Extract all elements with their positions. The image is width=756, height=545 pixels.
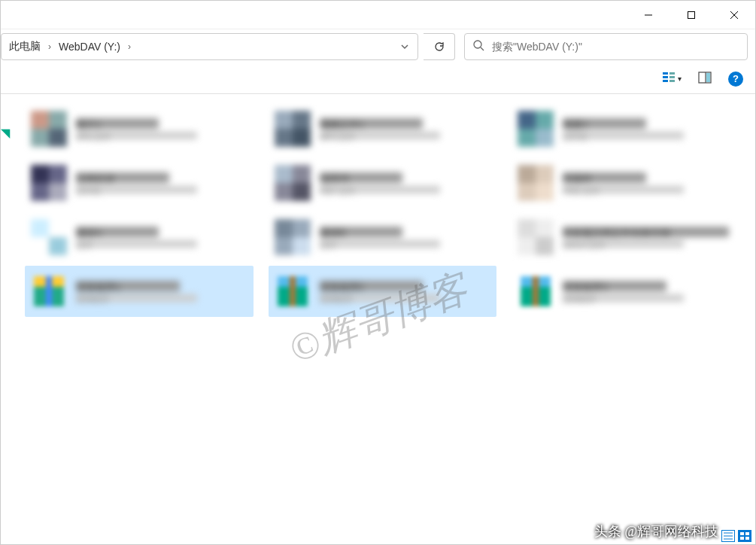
svg-rect-19 [275,111,293,129]
nav-hint: ◥ [1,94,10,544]
address-bar[interactable]: 此电脑 › WebDAV (Y:) › [1,33,418,60]
file-item[interactable]: 说明书PDF 文件 [269,157,497,209]
preview-pane-button[interactable] [695,68,715,90]
maximize-button[interactable] [669,1,712,29]
svg-rect-41 [536,237,554,255]
pane-icon [698,71,712,87]
file-thumbnail [516,163,555,202]
file-name: 长标题文档文件名称示例 [563,227,728,237]
file-meta: 应用程序 [563,294,684,302]
file-item[interactable]: 图片1JPG 文件 [25,103,254,154]
svg-rect-44 [46,276,52,306]
file-item[interactable]: 扫描件PNG 文件 [512,157,740,209]
tiles-view-icon [662,71,676,87]
search-icon [472,39,484,54]
file-info: 安装程序3应用程序 [563,281,736,302]
close-button[interactable] [712,1,755,29]
breadcrumb[interactable]: 此电脑 › WebDAV (Y:) › [2,37,390,56]
file-name: 素材A [76,227,159,237]
svg-rect-14 [706,73,710,82]
svg-rect-9 [669,72,675,75]
file-meta: 文件夹 [563,132,684,139]
tiles-view-button[interactable] [738,530,751,542]
svg-rect-35 [49,237,67,255]
main-area: ◥ 图片1JPG 文件视频文件1MP4 文件相册2文件夹文档目录文件夹说明书PD… [1,94,755,544]
help-icon: ? [728,72,743,87]
view-options-button[interactable]: ▾ [659,68,685,90]
status-view-switch [721,530,751,542]
file-grid[interactable]: 图片1JPG 文件视频文件1MP4 文件相册2文件夹文档目录文件夹说明书PDF … [10,94,755,544]
svg-rect-56 [740,537,744,540]
file-item[interactable]: 安装程序1应用程序 [25,266,254,317]
file-item[interactable]: 素材B文件 [269,212,497,263]
svg-rect-20 [293,129,311,147]
file-thumbnail [273,272,312,311]
file-item[interactable]: 安装程序2应用程序 [269,266,497,317]
svg-rect-10 [669,76,675,78]
file-thumbnail [29,109,68,148]
svg-rect-37 [275,219,293,237]
svg-rect-26 [49,183,67,201]
chevron-right-icon: › [45,41,54,52]
file-meta: 文件夹 [76,186,197,193]
file-name: 安装程序1 [76,281,180,291]
file-item[interactable]: 长标题文档文件名称示例DOCX 文件 [512,212,740,263]
svg-rect-7 [663,76,668,78]
nav-arrow-icon: ◥ [1,126,10,140]
details-view-button[interactable] [721,530,735,542]
file-info: 安装程序2应用程序 [320,281,493,302]
file-name: 文档目录 [76,172,169,183]
file-name: 视频文件1 [320,118,424,129]
file-item[interactable]: 素材A文件 [25,212,254,263]
search-input[interactable] [492,41,739,53]
file-info: 素材A文件 [76,227,249,248]
svg-rect-8 [663,80,668,82]
minimize-button[interactable] [627,1,669,29]
file-name: 素材B [320,227,402,237]
file-thumbnail [516,272,555,311]
file-meta: PDF 文件 [320,186,441,193]
breadcrumb-item[interactable]: 此电脑 [5,37,45,56]
svg-rect-57 [745,537,749,540]
file-info: 相册2文件夹 [563,118,736,139]
file-meta: 文件 [76,240,197,248]
chevron-right-icon: › [125,41,134,52]
svg-rect-28 [275,165,293,183]
refresh-button[interactable] [424,33,455,60]
address-dropdown-button[interactable] [390,42,417,51]
file-item[interactable]: 视频文件1MP4 文件 [269,103,497,154]
svg-rect-22 [518,111,536,129]
file-meta: DOCX 文件 [563,240,684,248]
svg-rect-54 [740,532,744,535]
svg-rect-29 [293,183,311,201]
breadcrumb-item[interactable]: WebDAV (Y:) [54,38,125,56]
file-info: 扫描件PNG 文件 [563,172,736,193]
file-info: 视频文件1MP4 文件 [320,118,493,139]
file-meta: JPG 文件 [76,132,197,139]
chevron-down-icon: ▾ [678,75,682,83]
file-thumbnail [516,109,555,148]
svg-rect-17 [49,129,67,147]
file-name: 安装程序2 [320,281,424,291]
file-name: 图片1 [76,118,159,129]
svg-rect-34 [31,219,49,237]
file-thumbnail [516,218,555,257]
help-button[interactable]: ? [725,69,746,90]
file-name: 说明书 [320,172,402,183]
file-item[interactable]: 相册2文件夹 [512,103,740,154]
svg-rect-1 [688,11,694,18]
file-info: 文档目录文件夹 [76,172,249,193]
file-item[interactable]: 文档目录文件夹 [25,157,254,209]
file-name: 扫描件 [563,172,645,183]
search-box[interactable] [464,33,748,60]
svg-rect-25 [31,165,49,183]
file-thumbnail [29,272,68,311]
svg-rect-55 [745,532,749,535]
file-info: 说明书PDF 文件 [320,172,493,193]
file-info: 素材B文件 [320,227,493,248]
file-thumbnail [273,109,312,148]
file-meta: 应用程序 [320,294,441,302]
file-thumbnail [29,163,68,202]
file-item[interactable]: 安装程序3应用程序 [512,266,740,317]
file-meta: PNG 文件 [563,186,684,193]
